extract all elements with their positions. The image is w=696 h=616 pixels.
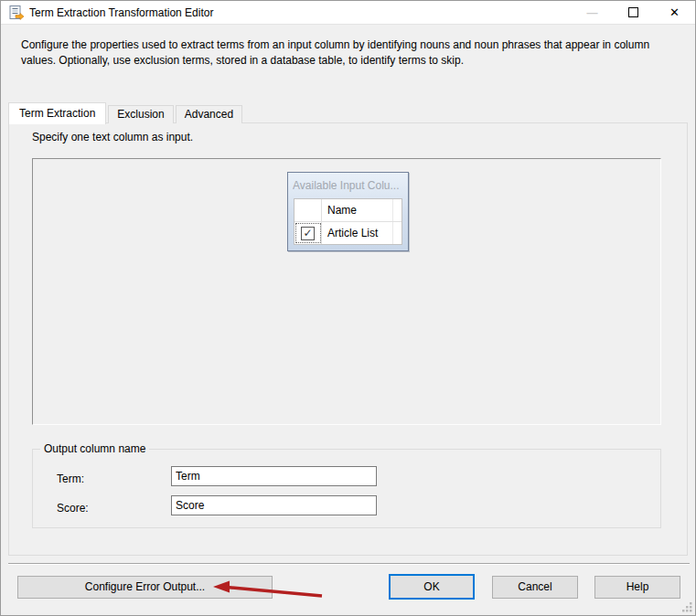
output-column-name-group: Output column name Term: Score: — [32, 449, 661, 528]
name-column-header: Name — [322, 199, 393, 221]
cancel-button[interactable]: Cancel — [492, 576, 578, 599]
close-icon: ✕ — [669, 5, 680, 19]
table-header-row: Name — [294, 199, 402, 222]
tab-exclusion[interactable]: Exclusion — [108, 105, 173, 123]
transformation-editor-icon — [8, 5, 24, 21]
column-name-cell[interactable]: Article List — [322, 222, 393, 244]
resize-grip-icon[interactable] — [681, 601, 692, 612]
available-input-columns-panel[interactable]: Available Input Colu... Name ✓ Article L… — [287, 172, 409, 251]
available-input-columns-title: Available Input Colu... — [293, 179, 405, 192]
close-button[interactable]: ✕ — [654, 1, 695, 25]
term-label: Term: — [57, 473, 84, 485]
term-extraction-editor-window: Term Extraction Transformation Editor — … — [0, 0, 696, 616]
article-list-checkbox-cell[interactable]: ✓ — [294, 222, 322, 244]
tab-term-extraction[interactable]: Term Extraction — [8, 102, 106, 124]
output-column-name-group-label: Output column name — [40, 442, 149, 455]
maximize-button[interactable] — [613, 1, 654, 25]
available-input-columns-table: Name ✓ Article List — [294, 198, 402, 245]
minimize-icon: — — [587, 6, 598, 19]
configure-error-output-button[interactable]: Configure Error Output... — [17, 576, 273, 599]
term-input[interactable] — [171, 466, 377, 486]
titlebar: Term Extraction Transformation Editor — … — [1, 1, 695, 25]
minimize-button[interactable]: — — [572, 1, 613, 25]
spacer-column-header — [393, 199, 402, 221]
checkbox-column-header — [294, 199, 322, 221]
tab-advanced[interactable]: Advanced — [176, 105, 242, 123]
help-button[interactable]: Help — [594, 576, 680, 599]
footer-separator — [8, 563, 690, 565]
input-instruction-label: Specify one text column as input. — [32, 131, 193, 143]
score-label: Score: — [57, 502, 89, 515]
score-input[interactable] — [171, 495, 377, 515]
ok-button[interactable]: OK — [389, 574, 475, 600]
table-row: ✓ Article List — [294, 222, 402, 244]
tab-strip: Term Extraction Exclusion Advanced — [8, 101, 244, 123]
checkbox-checked-icon[interactable]: ✓ — [301, 227, 315, 240]
maximize-icon — [628, 7, 638, 17]
dialog-description: Configure the properties used to extract… — [21, 37, 681, 69]
window-title: Term Extraction Transformation Editor — [29, 6, 213, 19]
spacer-cell — [393, 222, 402, 244]
